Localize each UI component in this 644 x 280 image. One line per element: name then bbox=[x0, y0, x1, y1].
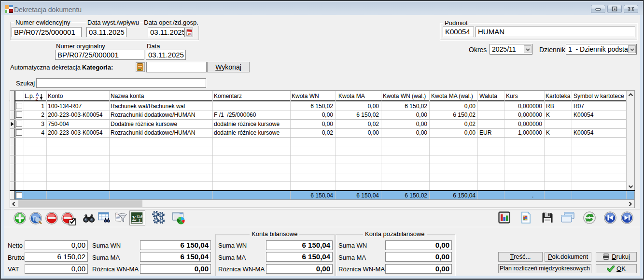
svg-text:3: 3 bbox=[139, 219, 140, 222]
svg-text:Z: Z bbox=[36, 97, 39, 101]
svg-text:x+4: x+4 bbox=[137, 214, 143, 218]
svg-text:15: 15 bbox=[188, 32, 191, 35]
svg-text:Σ: Σ bbox=[132, 215, 137, 222]
